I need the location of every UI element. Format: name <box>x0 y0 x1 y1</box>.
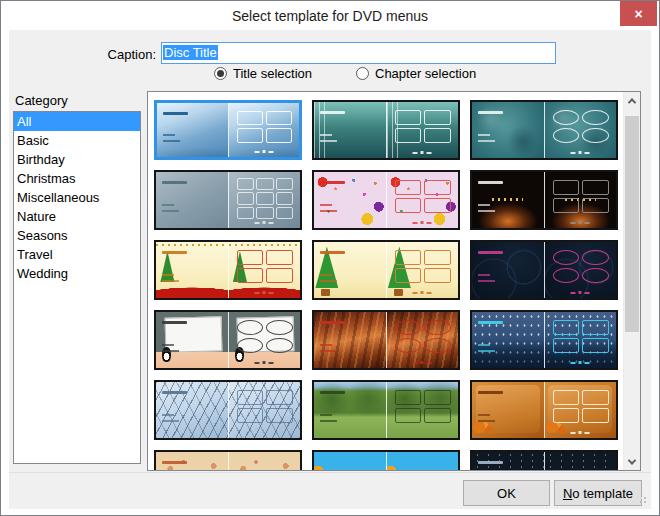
category-item-all[interactable]: All <box>14 112 140 131</box>
titlebar: Select template for DVD menus × <box>1 1 659 30</box>
template-thumb-birthday-cake[interactable] <box>470 170 618 230</box>
template-thumb-teal-lines[interactable] <box>312 100 460 160</box>
frame-square <box>237 178 254 190</box>
mini-text-line <box>478 210 495 212</box>
template-thumb-fire-clouds[interactable] <box>312 310 460 370</box>
template-thumb-winter-branches[interactable] <box>154 380 302 440</box>
frame-rect <box>582 320 608 335</box>
template-thumb-birthday-pink[interactable] <box>312 170 460 230</box>
category-item-christmas[interactable]: Christmas <box>14 169 140 188</box>
radio-icon <box>356 67 369 80</box>
mini-text-line <box>320 420 337 422</box>
scrollbar[interactable] <box>623 92 640 470</box>
template-thumb-teal-texture[interactable] <box>470 100 618 160</box>
mini-text-line <box>478 414 490 416</box>
mini-text-line <box>478 350 495 352</box>
mini-text-line <box>320 210 337 212</box>
template-thumb-cartoon-sky[interactable] <box>312 450 460 470</box>
no-template-rest: o template <box>572 486 633 501</box>
close-button[interactable]: × <box>620 1 657 26</box>
scrollbar-up-button[interactable] <box>624 92 640 109</box>
thumb-page-titles <box>386 312 459 368</box>
frame-square <box>424 268 450 283</box>
thumb-pages <box>472 102 616 158</box>
mini-text-line <box>320 350 337 352</box>
template-thumb-winter-forest[interactable] <box>470 310 618 370</box>
frame-square <box>266 250 292 265</box>
template-thumb-park[interactable] <box>312 380 460 440</box>
mini-disc-title <box>320 321 346 324</box>
category-item-seasons[interactable]: Seasons <box>14 226 140 245</box>
frame-circle <box>424 338 450 353</box>
thumb-page-main <box>314 172 386 228</box>
template-thumb-orange-tan[interactable] <box>154 450 302 470</box>
template-thumb-pumpkins[interactable] <box>470 380 618 440</box>
ok-button[interactable]: OK <box>463 480 550 506</box>
mini-nav-arrows-icon <box>571 221 590 224</box>
frame-square <box>237 250 263 265</box>
template-thumb-gray-blur[interactable] <box>154 170 302 230</box>
mini-disc-title <box>478 111 504 114</box>
frame-square <box>582 198 608 213</box>
category-item-nature[interactable]: Nature <box>14 207 140 226</box>
thumb-pages <box>472 242 616 298</box>
cartoon-sky-art-icon <box>387 452 459 470</box>
frame-square <box>424 390 450 405</box>
frame-square <box>582 180 608 195</box>
category-item-wedding[interactable]: Wedding <box>14 264 140 283</box>
scrollbar-thumb[interactable] <box>625 116 639 332</box>
thumb-pages <box>472 312 616 368</box>
frame-circle <box>424 320 450 335</box>
mini-nav-arrows-icon <box>571 291 590 294</box>
thumb-button-frames <box>237 178 293 219</box>
thumb-button-frames <box>237 320 293 354</box>
no-template-button[interactable]: No template <box>554 480 642 506</box>
frame-circle <box>553 110 579 125</box>
radio-chapter-selection[interactable]: Chapter selection <box>356 66 476 81</box>
mini-disc-title <box>320 111 346 114</box>
template-thumb-christmas-garland[interactable] <box>154 240 302 300</box>
frame-square <box>395 408 421 423</box>
frame-circle <box>553 268 579 283</box>
template-thumb-blue-waves[interactable] <box>154 100 302 160</box>
scrollbar-down-button[interactable] <box>624 453 640 470</box>
category-item-travel[interactable]: Travel <box>14 245 140 264</box>
category-label: Category <box>15 93 68 108</box>
template-thumb-dark-swirl[interactable] <box>470 240 618 300</box>
category-item-miscellaneous[interactable]: Miscellaneous <box>14 188 140 207</box>
frame-square <box>276 178 293 190</box>
mini-disc-title <box>478 321 504 324</box>
template-thumb-christmas-tree[interactable] <box>312 240 460 300</box>
mini-text-line <box>320 140 337 142</box>
category-item-basic[interactable]: Basic <box>14 131 140 150</box>
thumb-pages <box>156 452 300 470</box>
footer-bar: OK No template <box>9 472 651 509</box>
frame-square <box>237 192 254 204</box>
caption-input[interactable]: Disc Title <box>161 42 556 64</box>
radio-title-selection[interactable]: Title selection <box>214 66 312 81</box>
frame-square <box>395 180 421 195</box>
thumb-page-main <box>314 102 386 158</box>
category-listbox[interactable]: AllBasicBirthdayChristmasMiscellaneousNa… <box>13 111 141 464</box>
thumb-page-titles <box>386 172 459 228</box>
template-thumb-penguin[interactable] <box>154 310 302 370</box>
template-thumb-starfield[interactable] <box>470 450 618 470</box>
resize-grip-icon[interactable] <box>644 501 646 503</box>
mini-text-line <box>478 204 490 206</box>
mini-text-line <box>478 420 495 422</box>
category-item-birthday[interactable]: Birthday <box>14 150 140 169</box>
frame-square <box>582 408 608 423</box>
frame-square <box>424 180 450 195</box>
mini-disc-title <box>320 391 346 394</box>
thumb-page-titles <box>544 382 617 438</box>
radio-icon <box>214 67 227 80</box>
mini-disc-title <box>162 251 188 254</box>
mini-disc-title <box>162 181 188 184</box>
frame-square <box>237 390 263 405</box>
mini-text-line <box>163 140 180 142</box>
radio-label: Chapter selection <box>375 66 476 81</box>
thumb-pages <box>156 242 300 298</box>
frame-rect <box>553 338 579 353</box>
thumb-button-frames <box>237 111 292 143</box>
thumb-pages <box>472 382 616 438</box>
